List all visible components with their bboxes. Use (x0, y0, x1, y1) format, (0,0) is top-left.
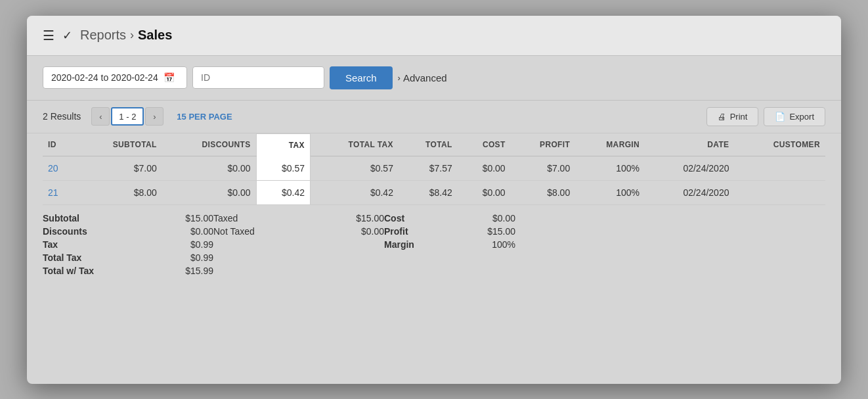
results-actions: 🖨 Print 📄 Export (706, 107, 825, 126)
total-tax-label: Total Tax (43, 252, 161, 263)
col-total-tax[interactable]: TOTAL TAX (310, 133, 398, 156)
results-bar: 2 Results ‹ 1 - 2 › 15 PER PAGE 🖨 Print … (27, 101, 841, 133)
subtotal-label: Subtotal (43, 213, 161, 223)
col-margin[interactable]: MARGIN (575, 133, 645, 156)
print-label: Print (730, 112, 748, 122)
tax-label: Tax (43, 239, 161, 250)
calendar-icon: 📅 (163, 72, 175, 83)
cell-profit: $7.00 (511, 156, 576, 181)
cell-total-tax: $0.57 (310, 156, 398, 181)
menu-icon[interactable]: ☰ (43, 28, 54, 43)
cell-customer (734, 156, 825, 181)
date-range-input[interactable]: 2020-02-24 to 2020-02-24 📅 (43, 66, 187, 89)
col-profit[interactable]: PROFIT (511, 133, 576, 156)
breadcrumb: Reports › Sales (80, 28, 172, 43)
total-w-tax-value: $15.99 (161, 266, 213, 276)
cell-cost: $0.00 (458, 181, 511, 205)
cost-value: $0.00 (463, 213, 515, 223)
cell-tax: $0.42 (256, 181, 310, 205)
margin-label: Margin (384, 239, 463, 250)
table-row: 21$8.00$0.00$0.42$0.42$8.42$0.00$8.00100… (43, 181, 825, 205)
advanced-chevron-icon: › (398, 73, 401, 83)
date-range-value: 2020-02-24 to 2020-02-24 (51, 72, 158, 83)
cell-customer (734, 181, 825, 205)
results-count: 2 Results (43, 111, 81, 122)
col-total[interactable]: TOTAL (399, 133, 458, 156)
margin-value: 100% (463, 239, 515, 250)
cell-total: $7.57 (399, 156, 458, 181)
cell-margin: 100% (575, 181, 645, 205)
summary-grid: Subtotal $15.00 Taxed $15.00 Cost $0.00 … (43, 213, 825, 276)
cost-label: Cost (384, 213, 463, 223)
not-taxed-label: Not Taxed (213, 226, 332, 237)
cell-id[interactable]: 21 (43, 181, 76, 205)
discounts-value: $0.00 (161, 226, 213, 237)
prev-page-button[interactable]: ‹ (91, 107, 110, 126)
next-page-button[interactable]: › (145, 107, 163, 126)
cell-total-tax: $0.42 (310, 181, 398, 205)
main-window: ☰ ✓ Reports › Sales 2020-02-24 to 2020-0… (27, 16, 841, 384)
print-button[interactable]: 🖨 Print (706, 107, 759, 126)
cell-tax: $0.57 (256, 156, 310, 181)
breadcrumb-current: Sales (138, 28, 172, 43)
col-customer[interactable]: CUSTOMER (734, 133, 825, 156)
table-header-row: ID SUBTOTAL DISCOUNTS TAX TOTAL TAX TOTA… (43, 133, 825, 156)
print-icon: 🖨 (718, 112, 726, 122)
col-date[interactable]: DATE (645, 133, 734, 156)
col-tax[interactable]: TAX (256, 133, 310, 156)
cell-date: 02/24/2020 (645, 156, 734, 181)
export-label: Export (789, 112, 814, 122)
col-cost[interactable]: COST (458, 133, 511, 156)
col-id[interactable]: ID (43, 133, 76, 156)
cell-discounts: $0.00 (162, 181, 256, 205)
cell-subtotal: $7.00 (76, 156, 162, 181)
cell-date: 02/24/2020 (645, 181, 734, 205)
export-button[interactable]: 📄 Export (764, 107, 825, 126)
sales-table: ID SUBTOTAL DISCOUNTS TAX TOTAL TAX TOTA… (43, 133, 825, 206)
tax-value: $0.99 (161, 239, 213, 250)
cell-cost: $0.00 (458, 156, 511, 181)
cell-profit: $8.00 (511, 181, 576, 205)
table-row: 20$7.00$0.00$0.57$0.57$7.57$0.00$7.00100… (43, 156, 825, 181)
search-button[interactable]: Search (330, 66, 393, 89)
cell-id[interactable]: 20 (43, 156, 76, 181)
taxed-value: $15.00 (332, 213, 384, 223)
per-page-selector[interactable]: 15 PER PAGE (177, 112, 232, 122)
col-subtotal[interactable]: SUBTOTAL (76, 133, 162, 156)
summary-section: Subtotal $15.00 Taxed $15.00 Cost $0.00 … (27, 205, 841, 289)
table-container: ID SUBTOTAL DISCOUNTS TAX TOTAL TAX TOTA… (27, 133, 841, 206)
advanced-button[interactable]: › Advanced (398, 72, 447, 83)
breadcrumb-reports[interactable]: Reports (80, 28, 126, 43)
export-icon: 📄 (775, 112, 785, 122)
cell-margin: 100% (575, 156, 645, 181)
cell-total: $8.42 (399, 181, 458, 205)
header: ☰ ✓ Reports › Sales (27, 16, 841, 56)
logo-icon: ✓ (62, 28, 72, 43)
profit-value: $15.00 (463, 226, 515, 237)
total-tax-value: $0.99 (161, 252, 213, 263)
breadcrumb-separator: › (130, 28, 134, 42)
cell-subtotal: $8.00 (76, 181, 162, 205)
discounts-label: Discounts (43, 226, 161, 237)
cell-discounts: $0.00 (162, 156, 256, 181)
toolbar: 2020-02-24 to 2020-02-24 📅 Search › Adva… (27, 56, 841, 101)
col-discounts[interactable]: DISCOUNTS (162, 133, 256, 156)
subtotal-value: $15.00 (161, 213, 213, 223)
advanced-label: Advanced (403, 72, 447, 83)
total-w-tax-label: Total w/ Tax (43, 266, 161, 276)
pagination: ‹ 1 - 2 › (91, 107, 163, 126)
taxed-label: Taxed (213, 213, 332, 223)
not-taxed-value: $0.00 (332, 226, 384, 237)
id-input[interactable] (192, 66, 324, 89)
profit-label: Profit (384, 226, 463, 237)
page-current: 1 - 2 (111, 107, 144, 126)
